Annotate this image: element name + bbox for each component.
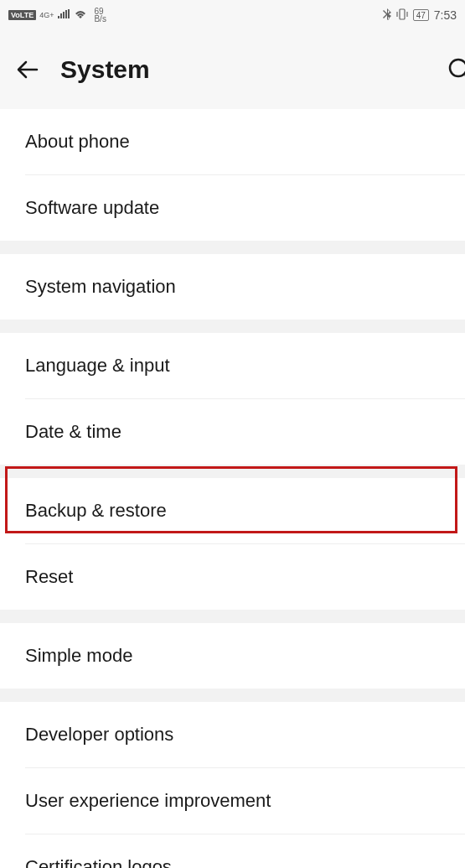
svg-point-1 (450, 60, 465, 76)
item-label: System navigation (25, 276, 176, 298)
network-type: 4G+ (39, 11, 54, 19)
search-button[interactable] (447, 56, 465, 83)
item-reset[interactable]: Reset (0, 544, 465, 610)
arrow-left-icon (15, 57, 40, 82)
item-backup-restore[interactable]: Backup & restore (0, 478, 465, 543)
app-header: System (0, 30, 465, 109)
item-label: Backup & restore (25, 500, 167, 522)
item-label: Language & input (25, 355, 170, 377)
settings-group: Developer options User experience improv… (0, 702, 465, 868)
back-button[interactable] (13, 55, 42, 84)
settings-group: Simple mode (0, 623, 465, 689)
item-developer-options[interactable]: Developer options (0, 702, 465, 767)
search-icon (447, 56, 465, 83)
clock: 7:53 (434, 8, 457, 22)
item-label: Date & time (25, 421, 121, 443)
item-label: About phone (25, 131, 130, 153)
status-bar: VoLTE 4G+ 69 B/s 47 7:53 (0, 0, 465, 30)
settings-group: Language & input Date & time (0, 333, 465, 465)
group-gap (0, 320, 465, 333)
item-software-update[interactable]: Software update (0, 175, 465, 241)
speed-unit: B/s (94, 15, 106, 23)
vibrate-icon (396, 8, 408, 23)
svg-rect-0 (400, 9, 405, 19)
network-speed: 69 B/s (94, 8, 106, 23)
signal-icon (57, 9, 70, 22)
settings-group: About phone Software update (0, 109, 465, 241)
item-simple-mode[interactable]: Simple mode (0, 623, 465, 689)
item-label: Software update (25, 197, 159, 219)
group-gap (0, 610, 465, 623)
wifi-icon (74, 9, 87, 22)
item-user-experience[interactable]: User experience improvement (0, 768, 465, 834)
item-about-phone[interactable]: About phone (0, 109, 465, 174)
status-left: VoLTE 4G+ 69 B/s (8, 8, 106, 23)
volte-badge: VoLTE (8, 10, 36, 20)
bluetooth-icon (383, 8, 391, 23)
item-certification-logos[interactable]: Certification logos (0, 834, 465, 868)
group-gap (0, 465, 465, 478)
item-language-input[interactable]: Language & input (0, 333, 465, 398)
page-title: System (60, 55, 150, 84)
item-label: User experience improvement (25, 790, 271, 812)
item-label: Reset (25, 566, 73, 588)
item-label: Simple mode (25, 645, 132, 667)
settings-group: Backup & restore Reset (0, 478, 465, 610)
group-gap (0, 241, 465, 254)
status-right: 47 7:53 (383, 8, 457, 23)
item-system-navigation[interactable]: System navigation (0, 254, 465, 320)
group-gap (0, 689, 465, 702)
item-label: Certification logos (25, 856, 172, 868)
item-date-time[interactable]: Date & time (0, 399, 465, 465)
item-label: Developer options (25, 724, 173, 746)
settings-group: System navigation (0, 254, 465, 320)
battery-icon: 47 (413, 9, 429, 21)
